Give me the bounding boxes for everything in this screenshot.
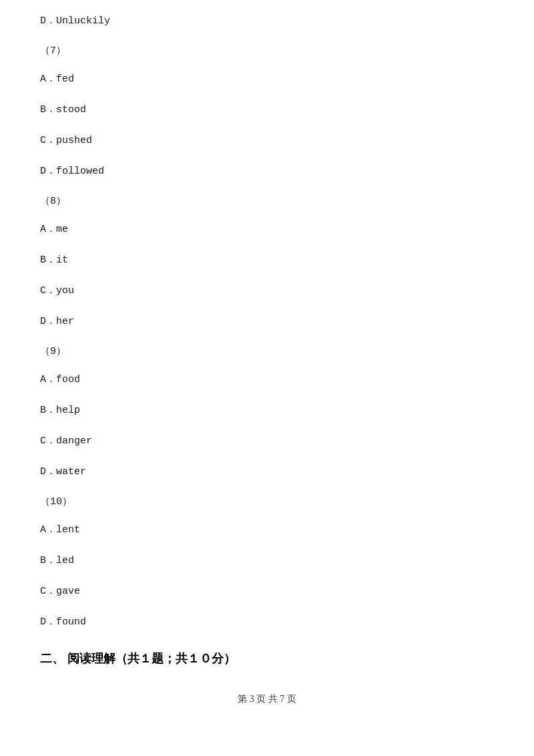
q9-option-d: D．water xyxy=(40,464,494,480)
section-2-title-text: 二、 阅读理解（共１题；共１０分） xyxy=(40,652,236,665)
q10-option-b: B．led xyxy=(40,553,494,569)
q8-option-b-text: B．it xyxy=(40,254,68,266)
section-2-header: 二、 阅读理解（共１题；共１０分） xyxy=(40,650,494,667)
q10-number-text: （10） xyxy=(40,496,72,508)
q8-option-d-text: D．her xyxy=(40,316,74,327)
q9-number-text: （9） xyxy=(40,346,66,357)
q10-option-d: D．found xyxy=(40,614,494,630)
q7-number-text: （7） xyxy=(40,45,66,57)
q9-option-c: C．danger xyxy=(40,433,494,449)
page-footer: 第 3 页 共 7 页 xyxy=(40,693,494,705)
q6-option-d-text: D．Unluckily xyxy=(40,15,110,27)
q10-option-a: A．lent xyxy=(40,522,494,538)
q6-option-d: D．Unluckily xyxy=(40,13,494,29)
q9-option-b: B．help xyxy=(40,403,494,419)
q7-option-d-text: D．followed xyxy=(40,166,104,177)
q7-option-b-text: B．stood xyxy=(40,104,86,116)
q9-option-a-text: A．food xyxy=(40,374,80,385)
q8-option-c: C．you xyxy=(40,283,494,299)
q8-number-text: （8） xyxy=(40,196,66,207)
q10-number: （10） xyxy=(40,495,494,508)
q9-option-c-text: C．danger xyxy=(40,435,92,447)
q8-option-c-text: C．you xyxy=(40,285,74,297)
q7-option-a: A．fed xyxy=(40,71,494,87)
q7-option-b: B．stood xyxy=(40,102,494,118)
q7-number: （7） xyxy=(40,44,494,57)
q9-number: （9） xyxy=(40,345,494,357)
q10-option-c-text: C．gave xyxy=(40,586,80,597)
q7-option-c-text: C．pushed xyxy=(40,135,92,146)
q8-option-a-text: A．me xyxy=(40,224,68,235)
q8-option-a: A．me xyxy=(40,222,494,238)
q10-option-c: C．gave xyxy=(40,584,494,600)
q7-option-a-text: A．fed xyxy=(40,73,74,85)
q7-option-d: D．followed xyxy=(40,164,494,180)
q8-option-d: D．her xyxy=(40,314,494,330)
q9-option-a: A．food xyxy=(40,372,494,388)
q9-option-b-text: B．help xyxy=(40,405,80,416)
q10-option-a-text: A．lent xyxy=(40,524,80,536)
q7-option-c: C．pushed xyxy=(40,133,494,149)
q9-option-d-text: D．water xyxy=(40,466,86,478)
q10-option-d-text: D．found xyxy=(40,616,86,628)
q8-option-b: B．it xyxy=(40,252,494,268)
page-container: D．Unluckily （7） A．fed B．stood C．pushed D… xyxy=(0,0,534,756)
q8-number: （8） xyxy=(40,194,494,207)
q10-option-b-text: B．led xyxy=(40,555,74,566)
page-number-text: 第 3 页 共 7 页 xyxy=(238,694,296,704)
